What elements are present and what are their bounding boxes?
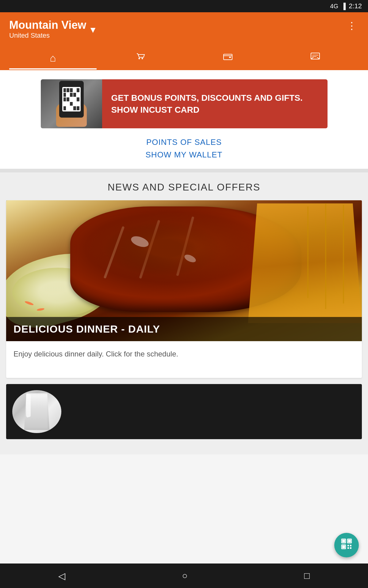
news-section-title: NEWS AND SPECIAL OFFERS bbox=[0, 182, 368, 193]
news-card-description-dinner: Enjoy delicious dinner daily. Click for … bbox=[6, 341, 362, 378]
location-country: United States bbox=[9, 32, 86, 40]
svg-point-0 bbox=[138, 58, 140, 59]
wallet-icon bbox=[222, 51, 233, 65]
app-bar-top: Mountain View United States ▼ ⋮ bbox=[9, 18, 359, 43]
location-city: Mountain View bbox=[9, 18, 86, 32]
status-icons: 4G ▐ 2:12 bbox=[330, 2, 362, 10]
svg-rect-3 bbox=[229, 57, 231, 58]
home-icon: ⌂ bbox=[50, 52, 56, 64]
tab-messages[interactable] bbox=[271, 46, 359, 70]
fab-qr-button[interactable] bbox=[334, 533, 359, 557]
svg-point-1 bbox=[141, 58, 143, 59]
news-card-drink[interactable] bbox=[6, 384, 362, 439]
svg-rect-14 bbox=[350, 545, 351, 546]
section-divider bbox=[0, 169, 368, 172]
system-nav-bar: ◁ ○ □ bbox=[0, 564, 368, 588]
more-options-button[interactable]: ⋮ bbox=[345, 18, 359, 33]
home-button[interactable]: ○ bbox=[182, 571, 187, 581]
points-of-sales-link[interactable]: POINTS OF SALES bbox=[146, 138, 222, 147]
show-my-wallet-link[interactable]: SHOW MY WALLET bbox=[146, 150, 223, 160]
promo-banner[interactable]: GET BONUS POINTS, DISCOUNTS AND GIFTS. S… bbox=[41, 79, 328, 128]
recent-apps-button[interactable]: □ bbox=[304, 571, 310, 581]
svg-rect-13 bbox=[347, 545, 349, 546]
location-dropdown-icon[interactable]: ▼ bbox=[89, 25, 97, 35]
promo-text: GET BONUS POINTS, DISCOUNTS AND GIFTS. S… bbox=[111, 92, 318, 116]
app-bar: Mountain View United States ▼ ⋮ ⌂ bbox=[0, 12, 368, 70]
news-card-image-drink bbox=[12, 390, 61, 433]
main-content: GET BONUS POINTS, DISCOUNTS AND GIFTS. S… bbox=[0, 70, 368, 454]
svg-rect-10 bbox=[348, 540, 351, 542]
links-section: POINTS OF SALES SHOW MY WALLET bbox=[0, 138, 368, 169]
svg-rect-15 bbox=[347, 547, 349, 549]
news-section: NEWS AND SPECIAL OFFERS bbox=[0, 172, 368, 454]
promo-text-block: GET BONUS POINTS, DISCOUNTS AND GIFTS. S… bbox=[102, 79, 328, 128]
nav-tabs: ⌂ bbox=[9, 46, 359, 70]
tab-home[interactable]: ⌂ bbox=[9, 47, 97, 70]
news-card-overlay-dinner: DELICIOUS DINNER - DAILY bbox=[6, 317, 362, 341]
status-bar: 4G ▐ 2:12 bbox=[0, 0, 368, 12]
news-card-title-dinner: DELICIOUS DINNER - DAILY bbox=[13, 323, 355, 335]
svg-rect-8 bbox=[342, 540, 345, 542]
battery-icon: ▐ bbox=[341, 3, 346, 10]
svg-rect-16 bbox=[350, 547, 351, 549]
promo-image bbox=[41, 79, 102, 128]
fab-qr-icon bbox=[340, 538, 353, 553]
news-card-image-dinner: DELICIOUS DINNER - DAILY bbox=[6, 200, 362, 341]
messages-icon bbox=[310, 51, 321, 65]
basket-icon bbox=[135, 51, 146, 65]
tab-wallet[interactable] bbox=[184, 46, 271, 70]
svg-rect-12 bbox=[342, 545, 345, 548]
time-display: 2:12 bbox=[349, 2, 362, 10]
phone-hand-illustration bbox=[41, 79, 102, 128]
back-button[interactable]: ◁ bbox=[58, 571, 65, 581]
location-block[interactable]: Mountain View United States ▼ bbox=[9, 18, 97, 40]
promo-section: GET BONUS POINTS, DISCOUNTS AND GIFTS. S… bbox=[0, 70, 368, 138]
news-card-dinner[interactable]: DELICIOUS DINNER - DAILY Enjoy delicious… bbox=[6, 200, 362, 378]
signal-icon: 4G bbox=[330, 3, 338, 10]
tab-basket[interactable] bbox=[97, 46, 184, 70]
